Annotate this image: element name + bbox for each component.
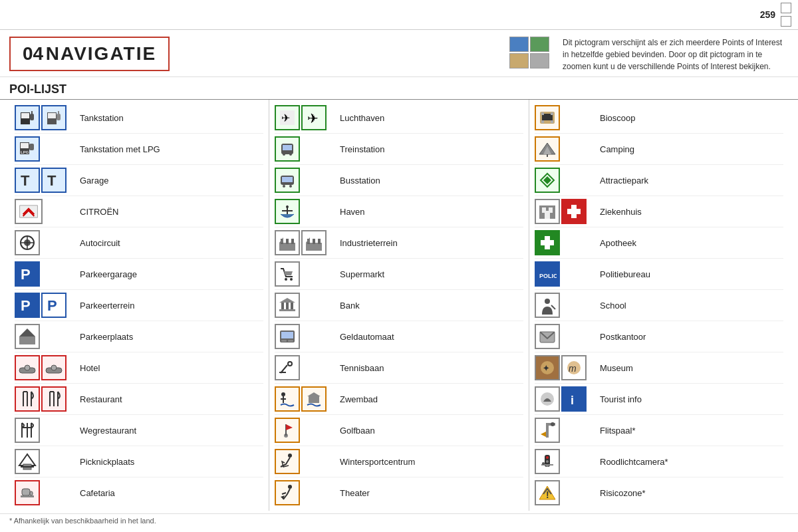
- poi-row-treinstation: Treinstation: [275, 134, 523, 165]
- poi-icons-ziekenhuis: [535, 199, 595, 224]
- svg-point-57: [289, 185, 292, 188]
- icon-ziekenhuis-2: [561, 199, 587, 224]
- svg-rect-62: [291, 239, 294, 244]
- label-wintersport: Wintersportcentrum: [340, 457, 415, 467]
- poi-row-cafetaria: Cafetaria: [15, 477, 263, 508]
- poi-icons-attractiepark: [535, 168, 595, 193]
- page-thumbs: [781, 3, 791, 27]
- label-bank: Bank: [340, 301, 360, 311]
- icon-tourist-info-1: [535, 386, 560, 412]
- icon-museum-2: m: [561, 355, 587, 380]
- svg-rect-93: [551, 112, 553, 115]
- poi-row-apotheek: Apotheek: [535, 227, 783, 259]
- poi-row-tennisbaan: Tennisbaan: [275, 352, 523, 384]
- icon-school: [535, 293, 560, 318]
- icon-bioscoop: [535, 105, 560, 130]
- poi-icons-parkeerplaats: [15, 324, 74, 349]
- icon-flitspaal: [535, 418, 560, 443]
- label-flitspaal: Flitspaal*: [600, 426, 635, 436]
- poi-column-3: Bioscoop Camping: [529, 100, 789, 511]
- svg-rect-7: [58, 111, 59, 115]
- icon-lpg: LPG: [15, 136, 40, 162]
- label-geldautomaat: Geldautomaat: [340, 332, 394, 342]
- svg-point-58: [286, 205, 289, 208]
- top-bar: 259: [0, 0, 798, 30]
- label-busstation: Busstation: [340, 176, 380, 186]
- icon-tankstation-1: [15, 105, 40, 130]
- label-postkantoor: Postkantoor: [600, 332, 646, 342]
- poi-icons-citroen: [15, 199, 74, 224]
- info-box: Dit pictogram verschijnt als er zich mee…: [509, 37, 789, 72]
- poi-row-flitspaal: Flitspaal*: [535, 415, 783, 446]
- poi-row-ziekenhuis: Ziekenhuis: [535, 196, 783, 227]
- poi-row-garage: T T Garage: [15, 165, 263, 196]
- svg-rect-108: [541, 240, 554, 245]
- svg-rect-3: [31, 111, 33, 115]
- label-hotel: Hotel: [80, 363, 100, 373]
- svg-rect-1: [21, 113, 29, 118]
- label-supermarkt: Supermarkt: [340, 269, 384, 279]
- icon-wegrestaurant: [15, 418, 40, 443]
- label-school: School: [600, 301, 626, 311]
- poi-row-museum: ✦ m Museum: [535, 352, 783, 384]
- poi-icons-politie: POLICE: [535, 261, 595, 287]
- icon-postkantoor: [535, 324, 560, 349]
- icon-risicozone: !: [535, 480, 560, 505]
- label-apotheek: Apotheek: [600, 238, 636, 248]
- icon-restaurant-2: [41, 386, 66, 412]
- poi-row-autocircuit: Autocircuit: [15, 227, 263, 259]
- svg-point-121: [551, 422, 555, 426]
- poi-icons-geldautomaat: [275, 324, 334, 349]
- svg-line-111: [551, 305, 555, 309]
- poi-row-camping: Camping: [535, 134, 783, 165]
- poi-icons-restaurant: [15, 386, 74, 412]
- label-parkeerplaats: Parkeerplaats: [80, 332, 133, 342]
- svg-rect-77: [281, 332, 293, 338]
- icon-treinstation: [275, 136, 300, 162]
- poi-icons-garage: T T: [15, 168, 74, 193]
- icon-parkeerterrein-2: P: [41, 293, 66, 318]
- label-parkeergarage: Parkeergarage: [80, 269, 137, 279]
- icon-supermarkt: [275, 261, 300, 287]
- icon-restaurant-1: [15, 386, 40, 412]
- svg-rect-74: [291, 303, 293, 309]
- poi-icons-camping: [535, 136, 595, 162]
- label-ziekenhuis: Ziekenhuis: [600, 207, 642, 217]
- poi-row-busstation: Busstation: [275, 165, 523, 196]
- poi-icons-roodlicht: [535, 449, 595, 474]
- label-tennisbaan: Tennisbaan: [340, 363, 384, 373]
- icon-camping: [535, 136, 560, 162]
- svg-point-88: [288, 485, 292, 489]
- poi-icons-autocircuit: [15, 230, 74, 255]
- svg-point-124: [546, 460, 549, 463]
- poi-icons-parkeergarage: P: [15, 261, 74, 287]
- label-theater: Theater: [340, 488, 370, 498]
- icon-busstation: [275, 168, 300, 193]
- svg-rect-92: [541, 112, 544, 115]
- poi-row-wegrestaurant: Wegrestaurant: [15, 415, 263, 446]
- svg-rect-9: [21, 143, 29, 148]
- icon-picknick: [15, 449, 40, 474]
- svg-rect-44: [30, 491, 33, 495]
- poi-row-school: School: [535, 290, 783, 321]
- poi-row-zwembad: Zwembad: [275, 384, 523, 415]
- svg-rect-79: [288, 340, 293, 342]
- poi-row-parkeergarage: P Parkeergarage: [15, 259, 263, 290]
- svg-rect-75: [279, 309, 295, 311]
- poi-icons-flitspaal: [535, 418, 595, 443]
- poi-icons-school: [535, 293, 595, 318]
- svg-text:✦: ✦: [543, 364, 549, 373]
- icon-hotel-2: [41, 355, 66, 380]
- poi-row-supermarkt: Supermarkt: [275, 259, 523, 290]
- poi-row-picknick: Picknickplaats: [15, 446, 263, 477]
- svg-text:P: P: [47, 297, 57, 314]
- label-tankstation: Tankstation: [80, 113, 124, 123]
- poi-row-tankstation: Tankstation: [15, 102, 263, 134]
- svg-rect-22: [19, 336, 35, 344]
- svg-point-56: [283, 185, 285, 188]
- svg-rect-45: [21, 495, 34, 497]
- icon-parkeergarage: P: [15, 261, 40, 287]
- label-garage: Garage: [80, 176, 108, 186]
- icon-attractiepark: [535, 168, 560, 193]
- svg-rect-67: [318, 239, 321, 244]
